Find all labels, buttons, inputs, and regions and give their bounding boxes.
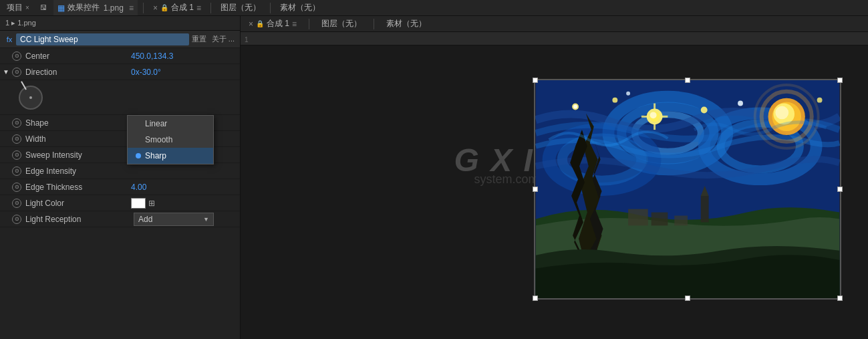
dial-needle xyxy=(21,81,27,90)
edge-intensity-label: Edge Intensity xyxy=(24,166,131,176)
light-reception-row: ⊙ Light Reception Add ▼ xyxy=(0,211,240,227)
direction-value[interactable]: 0x-30.0° xyxy=(131,68,237,77)
watermark-line2: system.com xyxy=(474,173,539,187)
right-panel: × 🔒 合成 1 ≡ 图层（无） 素材（无） 1 G X I 网 system.… xyxy=(241,16,868,339)
width-icon: ⊙ xyxy=(12,134,21,144)
effect-row: fx CC Light Sweep 重置 关于 ... xyxy=(0,31,240,48)
sweep-icon: ⊙ xyxy=(12,150,21,160)
effect-controls-tab[interactable]: ▦ 效果控件 1.png ≡ xyxy=(53,0,138,15)
painting-container[interactable] xyxy=(534,79,841,300)
edge-intensity-row: ⊙ Edge Intensity xyxy=(0,163,240,179)
direction-icon: ⊙ xyxy=(12,68,21,77)
starry-night-painting xyxy=(535,80,840,298)
project-label: 项目 xyxy=(7,2,23,13)
direction-dial[interactable] xyxy=(19,86,43,110)
center-row: ⊙ Center 450.0,134.3 xyxy=(0,48,240,64)
color-swatch[interactable] xyxy=(131,198,146,209)
center-value[interactable]: 450.0,134.3 xyxy=(131,51,237,61)
svg-rect-29 xyxy=(628,209,648,226)
materials-tab-right: 素材（无） xyxy=(382,16,430,31)
divider2 xyxy=(210,3,211,13)
divider1 xyxy=(143,3,144,13)
breadcrumb: 1 ▸ 1.png xyxy=(0,16,240,31)
handle-tm[interactable] xyxy=(685,78,690,83)
edge-thickness-row: ⊙ Edge Thickness 4.00 xyxy=(0,179,240,195)
edge-thickness-value[interactable]: 4.00 xyxy=(131,183,237,192)
layers-tab-right: 图层（无） xyxy=(317,16,366,31)
divider-r1 xyxy=(309,19,309,29)
edge-intensity-icon: ⊙ xyxy=(12,166,21,176)
comp-label-top: 合成 1 xyxy=(171,2,194,13)
light-color-icon: ⊙ xyxy=(12,199,21,208)
top-bar: 项目 × 🖫 ▦ 效果控件 1.png ≡ × 🔒 合成 1 ≡ 图层（无） 素… xyxy=(0,0,868,16)
svg-rect-32 xyxy=(701,196,709,223)
direction-label: Direction xyxy=(24,68,131,77)
light-reception-value: Add xyxy=(138,215,152,224)
main-layout: 1 ▸ 1.png fx CC Light Sweep 重置 关于 ... ⊙ … xyxy=(0,16,868,339)
handle-ml[interactable] xyxy=(533,187,538,192)
comp-lock-right: 🔒 xyxy=(256,20,264,27)
svg-point-25 xyxy=(701,107,708,114)
breadcrumb-text: 1 ▸ 1.png xyxy=(5,19,36,27)
direction-row: ▼ ⊙ Direction 0x-30.0° xyxy=(0,64,240,80)
handle-mr[interactable] xyxy=(837,187,843,192)
direction-expand[interactable]: ▼ xyxy=(3,68,12,76)
shape-dropdown: Linear Smooth Sharp xyxy=(127,115,214,164)
layers-label-top: 图层（无） xyxy=(216,0,265,15)
comp-lock-icon: 🔒 xyxy=(160,4,168,11)
center-label: Center xyxy=(24,51,131,61)
edge-thickness-label: Edge Thickness xyxy=(24,183,131,192)
svg-point-28 xyxy=(626,92,630,96)
project-close[interactable]: × xyxy=(25,4,29,11)
svg-point-24 xyxy=(612,98,617,103)
svg-rect-30 xyxy=(652,213,668,226)
project-tab[interactable]: 项目 × xyxy=(3,0,33,15)
edge-thickness-icon: ⊙ xyxy=(12,183,21,192)
dropdown-item-smooth[interactable]: Smooth xyxy=(128,132,213,148)
dropdown-item-sharp[interactable]: Sharp xyxy=(128,148,213,164)
svg-point-11 xyxy=(650,112,657,118)
light-reception-select[interactable]: Add ▼ xyxy=(134,213,214,226)
dial-center xyxy=(29,96,32,99)
canvas-area[interactable]: G X I 网 system.com xyxy=(241,45,868,339)
svg-point-26 xyxy=(738,101,743,106)
save-icon[interactable]: 🖫 xyxy=(39,3,48,13)
handle-bm[interactable] xyxy=(685,296,690,301)
left-panel: 1 ▸ 1.png fx CC Light Sweep 重置 关于 ... ⊙ … xyxy=(0,16,241,339)
dropdown-item-linear[interactable]: Linear xyxy=(128,116,213,132)
comp-close-right[interactable]: × xyxy=(249,19,253,29)
comp-menu-top[interactable]: ≡ xyxy=(196,3,201,13)
light-reception-label: Light Reception xyxy=(24,215,131,224)
svg-point-27 xyxy=(817,98,823,103)
handle-bl[interactable] xyxy=(533,296,538,301)
effect-controls-menu[interactable]: ≡ xyxy=(129,3,134,13)
about-button[interactable]: 关于 ... xyxy=(209,34,237,44)
composition-tab-top[interactable]: × 🔒 合成 1 ≡ xyxy=(149,0,205,15)
light-reception-chevron: ▼ xyxy=(203,216,209,223)
handle-br[interactable] xyxy=(837,296,843,301)
reset-button[interactable]: 重置 xyxy=(189,34,209,44)
handle-tr[interactable] xyxy=(837,78,843,83)
svg-point-19 xyxy=(775,106,788,120)
fx-label: fx xyxy=(3,35,16,43)
handle-tl[interactable] xyxy=(533,78,538,83)
direction-dial-section xyxy=(0,80,240,115)
divider-r2 xyxy=(374,19,374,29)
eyedropper-icon[interactable]: ⊞ xyxy=(148,199,155,208)
sweep-label: Sweep Intensity xyxy=(24,150,131,160)
light-color-label: Light Color xyxy=(24,199,131,208)
shape-icon: ⊙ xyxy=(12,118,21,128)
comp-menu-right[interactable]: ≡ xyxy=(292,19,297,29)
shape-label: Shape xyxy=(24,118,131,128)
ruler-number: 1 xyxy=(243,36,249,43)
light-color-row: ⊙ Light Color ⊞ xyxy=(0,195,240,211)
effect-controls-label: 效果控件 xyxy=(67,2,100,13)
ruler-bar: 1 xyxy=(241,32,868,45)
comp-close-top[interactable]: × xyxy=(153,3,158,13)
svg-point-23 xyxy=(573,105,577,109)
divider3 xyxy=(270,3,271,13)
sharp-dot xyxy=(136,153,141,158)
comp-tab-right[interactable]: × 🔒 合成 1 ≡ xyxy=(245,16,301,31)
shape-row: ⊙ Shape Sharp ▼ Linear Smooth Sharp xyxy=(0,115,240,131)
effect-name: CC Light Sweep xyxy=(16,33,189,45)
